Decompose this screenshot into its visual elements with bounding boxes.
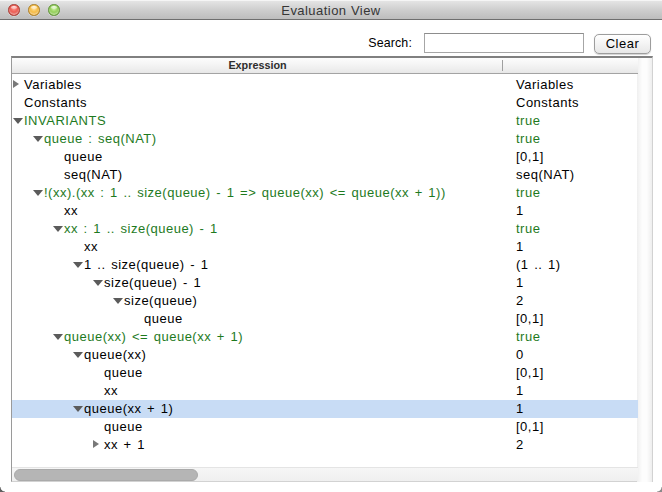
- horizontal-scrollbar-track[interactable]: [12, 467, 638, 481]
- tree-header: Expression: [12, 58, 638, 74]
- expression-cell: seq(NAT): [64, 166, 123, 184]
- tree-row[interactable]: ConstantsConstants: [12, 94, 638, 112]
- tree-row[interactable]: queue(xx) <= queue(xx + 1)true: [12, 328, 638, 346]
- disclosure-triangle-collapsed-icon[interactable]: [13, 80, 19, 88]
- expression-cell: xx: [104, 382, 118, 400]
- tree-row[interactable]: queue : seq(NAT)true: [12, 130, 638, 148]
- value-cell: [0,1]: [516, 310, 544, 328]
- value-cell: [0,1]: [516, 418, 544, 436]
- tree-row[interactable]: INVARIANTStrue: [12, 112, 638, 130]
- value-cell: 1: [516, 202, 524, 220]
- expression-cell: queue: [64, 148, 103, 166]
- tree-row[interactable]: !(xx).(xx : 1 .. size(queue) - 1 => queu…: [12, 184, 638, 202]
- tree-row[interactable]: size(queue) - 11: [12, 274, 638, 292]
- expression-cell: xx: [64, 202, 78, 220]
- title-bar: Evaluation View: [0, 0, 662, 20]
- tree-row[interactable]: seq(NAT)seq(NAT): [12, 166, 638, 184]
- tree-row[interactable]: xx : 1 .. size(queue) - 1true: [12, 220, 638, 238]
- disclosure-triangle-expanded-icon[interactable]: [13, 118, 23, 124]
- value-cell: [0,1]: [516, 148, 544, 166]
- expression-cell: queue: [104, 364, 143, 382]
- expression-cell: queue(xx): [84, 346, 146, 364]
- tree-row[interactable]: xx1: [12, 202, 638, 220]
- expression-cell: xx: [84, 238, 98, 256]
- value-cell: 0: [516, 346, 524, 364]
- tree-row[interactable]: queue(xx + 1)1: [12, 400, 638, 418]
- expression-cell: INVARIANTS: [24, 112, 106, 130]
- disclosure-triangle-expanded-icon[interactable]: [93, 280, 103, 286]
- expression-cell: size(queue) - 1: [104, 274, 201, 292]
- value-cell: 1: [516, 238, 524, 256]
- expression-cell: queue: [144, 310, 183, 328]
- value-cell: 1: [516, 382, 524, 400]
- expression-cell: Variables: [24, 76, 82, 94]
- tree-row[interactable]: queue[0,1]: [12, 418, 638, 436]
- tree-row[interactable]: xx + 12: [12, 436, 638, 454]
- disclosure-triangle-expanded-icon[interactable]: [73, 352, 83, 358]
- expression-cell: xx : 1 .. size(queue) - 1: [64, 220, 218, 238]
- tree-row[interactable]: queue(xx)0: [12, 346, 638, 364]
- vertical-scrollbar-track[interactable]: [637, 58, 652, 482]
- tree-row[interactable]: 1 .. size(queue) - 1(1 .. 1): [12, 256, 638, 274]
- value-cell: seq(NAT): [516, 166, 575, 184]
- expression-cell: 1 .. size(queue) - 1: [84, 256, 208, 274]
- search-input[interactable]: [424, 33, 584, 53]
- tree-row[interactable]: queue[0,1]: [12, 364, 638, 382]
- value-cell: (1 .. 1): [516, 256, 561, 274]
- window-title: Evaluation View: [0, 0, 662, 20]
- tree-row[interactable]: xx1: [12, 382, 638, 400]
- value-cell: [0,1]: [516, 364, 544, 382]
- tree-body: VariablesVariablesConstantsConstantsINVA…: [12, 76, 638, 468]
- disclosure-triangle-expanded-icon[interactable]: [53, 334, 63, 340]
- expression-cell: xx + 1: [104, 436, 145, 454]
- expression-cell: queue : seq(NAT): [44, 130, 157, 148]
- value-cell: 1: [516, 400, 524, 418]
- value-cell: 2: [516, 436, 524, 454]
- expression-cell: !(xx).(xx : 1 .. size(queue) - 1 => queu…: [44, 184, 446, 202]
- value-cell: Variables: [516, 76, 574, 94]
- window-corner-left: [0, 487, 5, 492]
- tree-row[interactable]: queue[0,1]: [12, 310, 638, 328]
- value-cell: 2: [516, 292, 524, 310]
- tree-row[interactable]: queue[0,1]: [12, 148, 638, 166]
- expression-cell: Constants: [24, 94, 87, 112]
- expression-cell: queue(xx) <= queue(xx + 1): [64, 328, 243, 346]
- disclosure-triangle-collapsed-icon[interactable]: [93, 440, 99, 448]
- value-cell: true: [516, 328, 540, 346]
- expression-cell: size(queue): [124, 292, 197, 310]
- disclosure-triangle-expanded-icon[interactable]: [73, 406, 83, 412]
- value-cell: true: [516, 130, 540, 148]
- disclosure-triangle-expanded-icon[interactable]: [113, 298, 123, 304]
- evaluation-tree: Expression VariablesVariablesConstantsCo…: [11, 56, 653, 482]
- disclosure-triangle-expanded-icon[interactable]: [53, 226, 63, 232]
- expression-cell: queue(xx + 1): [84, 400, 173, 418]
- disclosure-triangle-expanded-icon[interactable]: [73, 262, 83, 268]
- search-label: Search:: [366, 36, 412, 50]
- horizontal-scrollbar-thumb[interactable]: [14, 469, 198, 481]
- window-corner-right: [657, 487, 662, 492]
- value-cell: Constants: [516, 94, 579, 112]
- tree-row[interactable]: size(queue)2: [12, 292, 638, 310]
- tree-row[interactable]: VariablesVariables: [12, 76, 638, 94]
- value-cell: true: [516, 184, 540, 202]
- value-cell: 1: [516, 274, 524, 292]
- tree-row[interactable]: xx1: [12, 238, 638, 256]
- value-cell: true: [516, 112, 540, 130]
- expression-cell: queue: [104, 418, 143, 436]
- disclosure-triangle-expanded-icon[interactable]: [33, 190, 43, 196]
- expression-column-header[interactable]: Expression: [12, 58, 503, 73]
- clear-button[interactable]: Clear: [594, 34, 651, 54]
- value-cell: true: [516, 220, 540, 238]
- disclosure-triangle-expanded-icon[interactable]: [33, 136, 43, 142]
- column-divider[interactable]: [502, 60, 503, 71]
